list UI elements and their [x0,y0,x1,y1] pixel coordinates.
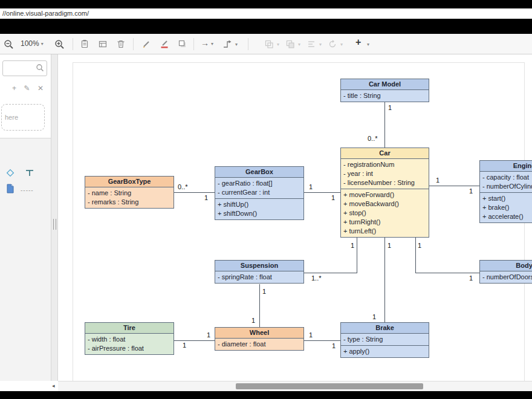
class-method: + turnLeft() [341,227,429,236]
diagram-canvas[interactable]: 1 0..* 0..* 1 1 1 1 1 1 1..* 1 1 1 1 1 1… [58,54,532,381]
line-color-button[interactable] [160,39,170,50]
add-shape-button[interactable]: + [355,37,361,48]
association-carmodel-car[interactable] [384,100,385,149]
class-method: + apply() [341,347,429,356]
class-engine[interactable]: Engine - capacity : float - numberOfCyli… [479,160,532,223]
class-attributes: - title : String [341,90,429,102]
toolbar-divider [193,38,194,50]
association-gearboxtype-gearbox[interactable] [172,192,216,193]
class-method: + shiftUp() [215,200,303,209]
zoom-out-icon [4,39,14,50]
class-attribute: - remarks : String [85,198,174,207]
edit-stencil-button[interactable]: ✎ [24,84,30,92]
class-attribute: - springRate : float [215,273,303,282]
association-car-body[interactable] [415,273,480,273]
group-button-disabled[interactable] [264,39,275,50]
horizontal-scrollbar-thumb[interactable] [236,383,423,389]
paste-button[interactable] [80,39,91,50]
class-name: GearBoxType [85,177,174,187]
class-brake[interactable]: Brake - type : String + apply() [340,322,429,358]
drop-zone-hint: here [5,114,18,121]
mult-carmodel-car-target: 0..* [368,135,378,142]
class-attributes: - diameter : float [215,339,303,350]
shape-decision[interactable] [5,167,16,181]
zoom-out-button[interactable] [4,39,15,50]
order-button-disabled[interactable] [285,39,296,50]
rotate-icon [328,39,337,49]
shape-drop-zone[interactable]: here [1,104,45,131]
pen-color-icon [160,39,169,49]
class-attributes: - name : String - remarks : String [85,187,174,208]
tee-icon [24,167,35,178]
association-suspension-wheel[interactable] [259,284,260,328]
class-attribute: - name : String [85,189,174,198]
format-fill-button[interactable] [141,39,152,50]
class-name: Car Model [341,79,429,90]
zoom-level-select[interactable]: 100%▾ [21,39,44,48]
top-black-bar [0,0,532,8]
class-body[interactable]: Body - numberOfDoors : int [479,260,532,284]
class-gearboxtype[interactable]: GearBoxType - name : String - remarks : … [85,176,174,209]
shape-document[interactable] [5,183,16,196]
association-car-body[interactable] [415,237,416,273]
shape-search-box [2,60,47,76]
class-attribute: - title : String [341,91,429,100]
mult-gearbox-car-target: 1 [331,194,335,201]
class-method: + brake() [480,203,532,212]
close-stencil-button[interactable]: ✕ [37,84,44,92]
shape-terminator[interactable] [24,167,35,181]
class-suspension[interactable]: Suspension - springRate : float [215,260,304,284]
mult-gearbox-car-source: 1 [309,183,313,190]
properties-button[interactable] [98,39,109,50]
class-method: + shiftDown() [215,209,303,218]
clipboard-icon [80,39,89,49]
toolbar-divider [248,38,248,50]
horizontal-scrollbar[interactable] [58,381,532,391]
add-stencil-button[interactable]: + [12,84,16,92]
class-gearbox[interactable]: GearBox - gearRatio : float[] - currentG… [215,166,304,220]
fill-brush-icon [141,39,151,49]
class-attribute: - width : float [85,335,174,344]
association-wheel-brake[interactable] [302,340,342,341]
caret-down-icon: ▾ [235,42,238,47]
class-method: + accelerate() [480,212,532,221]
mult-car-suspension-source: 1 [351,242,354,249]
class-name: Brake [341,323,429,334]
mult-car-body-target: 1 [469,274,473,282]
zoom-in-button[interactable] [54,39,65,50]
caret-down-icon: ▾ [367,42,369,47]
class-method: + moveBackward() [341,199,429,209]
elbow-connector-icon [222,39,232,49]
association-car-suspension[interactable] [302,273,357,273]
rotate-button-disabled[interactable] [328,39,339,50]
align-button-disabled[interactable] [307,39,317,50]
class-wheel[interactable]: Wheel - diameter : float [215,327,304,351]
association-gearbox-car[interactable] [302,192,342,193]
address-bar[interactable]: //online.visual-paradigm.com/ [0,8,532,19]
connector-style-select[interactable] [222,39,233,50]
class-name: Suspension [215,261,303,271]
association-car-engine[interactable] [427,186,481,186]
caret-down-icon: ▾ [319,42,322,47]
search-input[interactable] [4,62,36,74]
association-car-suspension[interactable] [357,237,357,273]
scroll-left-arrow-icon[interactable]: ◂ [52,383,55,389]
zoom-level-value: 100% [21,39,39,48]
class-car-model[interactable]: Car Model - title : String [340,79,429,102]
mult-car-engine-source: 1 [436,177,440,184]
shape-dashed-line[interactable]: ----- [21,187,34,193]
caret-down-icon: ▾ [298,42,300,47]
mult-car-engine-target: 1 [469,187,473,195]
shadow-button[interactable] [178,39,189,50]
sidebar-splitter[interactable] [51,54,58,381]
association-car-brake[interactable] [384,237,385,323]
mult-wheel-brake-target: 1 [332,342,336,349]
class-tire[interactable]: Tire - width : float - airPressure : flo… [85,322,174,355]
delete-button[interactable] [116,39,127,50]
association-tire-wheel[interactable] [172,340,216,341]
class-car[interactable]: Car - registrationNum - year : int - lic… [340,148,429,238]
plus-icon: + [355,37,361,47]
arrow-style-select[interactable]: →▾ [201,38,213,48]
palette-actions: + ✎ ✕ [0,82,48,93]
class-methods: + shiftUp() + shiftDown() [215,198,303,219]
